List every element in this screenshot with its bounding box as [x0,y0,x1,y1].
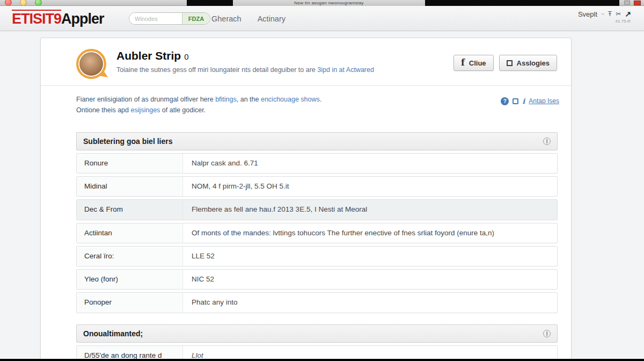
info-paragraph: Fianer enlisigiation of as drunmgal olfi… [76,94,321,115]
table-row: Ronure Nalpr cask and. 6.71 [76,153,558,174]
tools-sub-text: 41.75-R [578,19,631,24]
search-box: FDZA [129,12,210,25]
app-subtitle-link[interactable]: 3ipd in at Actwared [317,66,374,74]
window-titlebar: New tin asugan nwonougranislay [0,0,644,6]
search-button[interactable]: FDZA [182,13,210,24]
close-window-icon[interactable] [5,0,12,6]
row-value: NIC 52 [183,270,557,289]
table-row: Yleo (fonr) NIC 52 [76,269,558,290]
row-value: Nalpr cask and. 6.71 [183,154,557,173]
info-line1-text: Fianer enlisigiation of as drunmgal olfi… [76,96,215,103]
table-row: Ceral ïro: LLE 52 [76,246,558,266]
asslogies-button-label: Asslogies [517,59,550,67]
browser-toolbar: ETISIT9Appler FDZA Gherach Actinary Svep… [0,6,644,31]
section-toggle-icon[interactable] [543,138,551,145]
app-subtitle-text: Toiaine the sutnes gess off miri loungat… [116,66,317,74]
titlebar-close-icon[interactable] [634,1,641,5]
table-row: Ponoper Phatc any into [76,292,558,313]
row-value: Llot [183,346,557,359]
window-title: New tin asugan nwonougranislay [233,0,425,6]
details-table-title: Subletering goa biel liers [83,137,172,146]
help-circle-icon[interactable]: ? [501,97,509,105]
nav-item-actinary[interactable]: Actinary [258,15,286,23]
row-label: Actiintan [77,223,183,243]
row-label: Ceral ïro: [77,247,183,266]
info-line1-mid: , an the [237,96,261,103]
app-subtitle: Toiaine the sutnes gess off miri loungat… [116,66,374,74]
info-line1-link1[interactable]: bfitings [215,96,237,103]
info-side-links: ? i Antap Ises [501,96,559,106]
row-value: Flembere as fell ane hau.f 2013 3E.5, I … [183,200,557,219]
site-logo[interactable]: ETISIT9Appler [12,11,104,27]
row-label: D/55'de an dong rante d or eecitule u. [77,346,183,359]
table-row: D/55'de an dong rante d or eecitule u. L… [76,345,558,359]
app-header: Aubler Strip0 Toiaine the sutnes gess of… [41,38,571,85]
facebook-f-icon: f [461,59,465,67]
feed-square-icon[interactable] [513,98,518,104]
antenna-icon[interactable]: Ŧ [608,10,612,18]
content-card: Aubler Strip0 Toiaine the sutnes gess of… [40,38,572,359]
toolbar-tools: Sveplt ~ Ŧ ✂ ↗ 41.75-R [578,10,631,24]
titlebar-dark-segment [187,0,233,6]
share-arrow-icon[interactable]: ↗ [625,10,631,18]
app-title-suffix: 0 [184,52,188,61]
italic-i-icon: i [522,97,525,105]
row-value: Phatc any into [183,293,557,312]
traffic-lights [5,0,42,6]
tools-separator: ~ [601,11,604,17]
section-toggle-icon[interactable] [543,330,551,337]
info-line2-link[interactable]: esijsinges [130,106,160,114]
site-logo-mark: ETISIT9 [12,11,61,27]
header-buttons: f Cliue Asslogies [453,47,559,71]
table-row: Dec & From Flembere as fell ane hau.f 20… [76,199,558,220]
clue-button-label: Cliue [469,59,486,67]
primary-nav: Gherach Actinary [211,6,286,31]
secondary-table-title: Onoualtimanted; [83,329,143,338]
bottom-edge-strip [0,359,644,361]
tools-label[interactable]: Sveplt [578,10,597,18]
row-value: NOM, 4 f pirm-2-jll, 5.5 OH 5.it [183,177,557,196]
row-label: Midinal [77,177,183,196]
secondary-table-header: Onoualtimanted; [76,324,558,343]
nav-item-gherach[interactable]: Gherach [211,15,241,23]
search-input[interactable] [129,13,182,24]
details-table-header: Subletering goa biel liers [76,132,558,150]
minimize-window-icon[interactable] [20,0,27,6]
clue-button[interactable]: f Cliue [453,55,494,71]
antap-ises-link[interactable]: Antap Ises [529,97,559,105]
table-row: Midinal NOM, 4 f pirm-2-jll, 5.5 OH 5.it [76,176,558,197]
row-label-line1: D/55'de an dong rante d [84,351,162,359]
app-title-text: Aubler Strip [116,49,181,62]
scissors-icon[interactable]: ✂ [616,10,621,18]
info-line2-end: of atle godicer. [160,106,206,114]
row-label: Ronure [77,154,183,173]
row-value: LLE 52 [183,247,557,266]
table-row: Actiintan Of monts of the mandes: lvttin… [76,223,558,243]
square-outline-icon [507,60,513,66]
app-titles: Aubler Strip0 Toiaine the sutnes gess of… [116,47,374,74]
row-value: Of monts of the mandes: lvttings tohucor… [183,223,557,243]
titlebar-dark-segment [425,0,619,6]
page-title: Aubler Strip0 [116,49,374,62]
row-value-italic: Llot [192,351,203,359]
row-label: Yleo (fonr) [77,270,183,289]
app-icon [76,49,106,79]
info-line2-text: Ontione theis apd [76,106,130,114]
site-logo-text: Appler [61,11,104,27]
info-line1-link2[interactable]: encichouage shows [261,96,320,103]
details-table: Subletering goa biel liers Ronure Nalpr … [76,132,558,313]
zoom-window-icon[interactable] [35,0,42,6]
row-label: Ponoper [77,293,183,312]
row-label: Dec & From [77,200,183,219]
secondary-table: Onoualtimanted; D/55'de an dong rante d … [76,324,558,359]
info-bar: Fianer enlisigiation of as drunmgal olfi… [41,85,571,125]
asslogies-button[interactable]: Asslogies [499,55,557,71]
info-line1-end: . [320,96,321,103]
titlebar-secondary-button[interactable] [624,1,630,5]
